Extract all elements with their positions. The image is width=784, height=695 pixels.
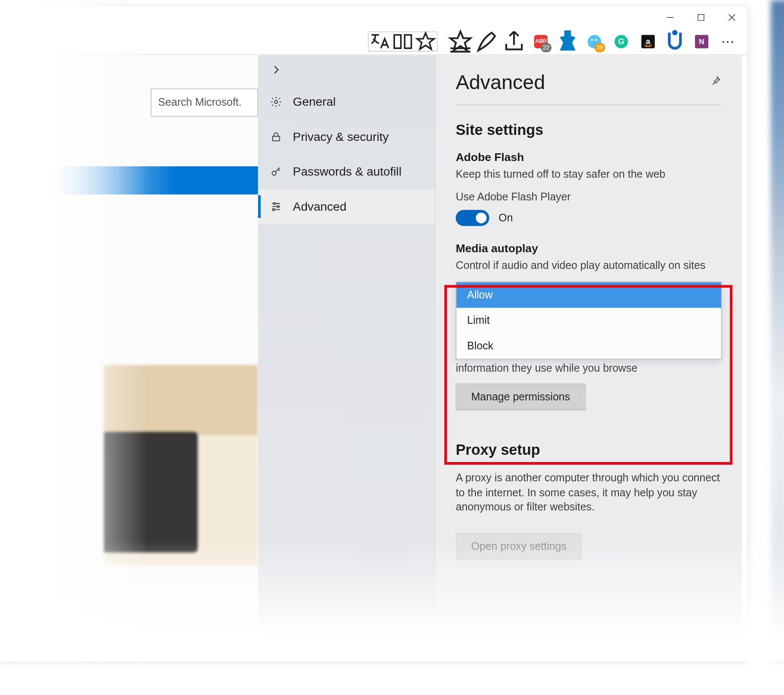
sidebar-item-general[interactable]: General <box>258 84 435 119</box>
page-background: Search Microsoft. <box>0 55 258 661</box>
dropdown-option-allow[interactable]: Allow <box>456 283 721 308</box>
favorites-icon[interactable] <box>447 28 474 55</box>
gear-icon <box>269 96 283 108</box>
ghostery-badge: 39 <box>594 42 605 52</box>
edge-window: ABP 22 39 G a N ⋯ <box>0 7 747 661</box>
web-notes-icon[interactable] <box>474 28 501 55</box>
flash-toggle-state: On <box>499 212 513 224</box>
sidebar-item-label: Advanced <box>293 200 346 214</box>
svg-point-14 <box>277 206 279 208</box>
settings-detail-panel: Advanced Site settings Adobe Flash Keep … <box>436 55 742 661</box>
window-close-button[interactable] <box>716 7 747 28</box>
flash-toggle-label: Use Adobe Flash Player <box>456 191 722 203</box>
page-product-image <box>104 365 258 566</box>
grammarly-extension-icon[interactable]: G <box>608 28 635 55</box>
rewards-extension-icon[interactable] <box>554 28 581 55</box>
browser-toolbar: ABP 22 39 G a N ⋯ <box>0 28 747 55</box>
chevron-right-icon <box>269 64 283 76</box>
ghostery-extension-icon[interactable]: 39 <box>581 28 608 55</box>
detail-title: Advanced <box>456 71 545 94</box>
more-menu-glyph: ⋯ <box>721 33 736 50</box>
sliders-icon <box>269 200 283 212</box>
page-accent-bar <box>50 166 258 194</box>
adblock-badge: 22 <box>541 42 552 52</box>
window-maximize-button[interactable] <box>686 7 716 28</box>
manage-permissions-button[interactable]: Manage permissions <box>456 384 585 411</box>
lock-icon <box>269 131 283 143</box>
key-icon <box>269 166 283 178</box>
adblock-extension-icon[interactable]: ABP 22 <box>527 28 554 55</box>
svg-rect-1 <box>698 15 704 21</box>
proxy-heading: Proxy setup <box>456 441 722 459</box>
add-favorite-star-icon[interactable] <box>414 32 437 51</box>
open-proxy-settings-button[interactable]: Open proxy settings <box>456 533 582 560</box>
pin-panel-icon[interactable] <box>710 75 722 89</box>
address-bar-actions <box>368 31 438 51</box>
desktop-background-strip <box>771 0 784 661</box>
media-autoplay-title: Media autoplay <box>456 242 722 255</box>
settings-sidebar: General Privacy & security Passwords & a… <box>258 55 436 661</box>
svg-point-7 <box>275 101 278 104</box>
page-search-placeholder: Search Microsoft. <box>158 97 242 109</box>
flash-toggle[interactable] <box>456 210 489 226</box>
sidebar-item-label: General <box>293 95 336 109</box>
svg-point-9 <box>272 171 276 175</box>
proxy-desc: A proxy is another computer through whic… <box>456 471 722 514</box>
permissions-desc-fragment: information they use while you browse <box>456 362 722 374</box>
sidebar-item-label: Privacy & security <box>293 130 389 144</box>
flash-desc: Keep this turned off to stay safer on th… <box>456 167 722 182</box>
svg-point-6 <box>674 31 676 33</box>
reading-view-icon[interactable] <box>392 32 414 51</box>
more-menu-icon[interactable]: ⋯ <box>715 28 742 55</box>
window-titlebar <box>0 7 747 28</box>
site-settings-heading: Site settings <box>456 121 722 139</box>
svg-point-15 <box>273 209 275 211</box>
dropdown-option-limit[interactable]: Limit <box>456 308 721 334</box>
share-icon[interactable] <box>501 28 528 55</box>
media-autoplay-desc: Control if audio and video play automati… <box>456 258 722 272</box>
active-indicator <box>258 195 261 218</box>
svg-point-13 <box>273 203 276 205</box>
dropdown-option-block[interactable]: Block <box>456 334 721 359</box>
sidebar-item-advanced[interactable]: Advanced <box>258 189 435 224</box>
settings-back-button[interactable] <box>258 55 435 84</box>
amazon-extension-icon[interactable]: a <box>635 28 662 55</box>
page-search-box[interactable]: Search Microsoft. <box>151 89 258 117</box>
extension-icon[interactable] <box>662 28 689 55</box>
flash-title: Adobe Flash <box>456 151 722 164</box>
media-autoplay-dropdown[interactable]: Allow Limit Block <box>456 282 722 360</box>
sidebar-item-label: Passwords & autofill <box>293 164 401 179</box>
sidebar-item-passwords[interactable]: Passwords & autofill <box>258 154 435 189</box>
window-minimize-button[interactable] <box>655 7 686 28</box>
onenote-extension-icon[interactable]: N <box>688 28 715 55</box>
detail-header: Advanced <box>456 71 722 105</box>
svg-rect-8 <box>273 136 279 141</box>
translate-icon[interactable] <box>368 32 391 51</box>
sidebar-item-privacy[interactable]: Privacy & security <box>258 119 435 154</box>
